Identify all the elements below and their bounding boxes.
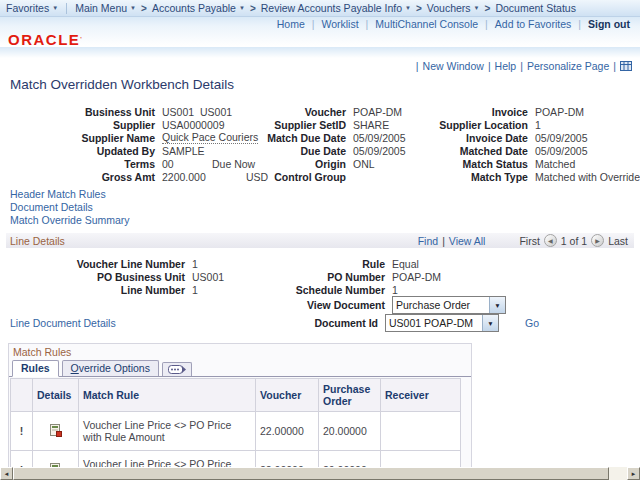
field-value-2: Due Now — [212, 158, 255, 170]
personalize-layout-icon[interactable] — [620, 61, 632, 71]
field-matched-date: Matched Date 05/09/2005 — [433, 144, 640, 157]
view-document-select[interactable]: Purchase Order ▼ — [392, 296, 506, 314]
last-label: Last — [608, 235, 628, 247]
field-supplier-setid: Supplier SetID SHARE — [260, 118, 433, 131]
field-label: Supplier Name — [10, 132, 162, 144]
field-value: SAMPLE — [162, 145, 205, 157]
field-value: Purchase Order ▼ — [392, 296, 506, 314]
scroll-left-button[interactable]: ◄ — [0, 467, 13, 480]
summary-column-1: Business Unit US001US001 Supplier USA000… — [10, 105, 260, 183]
view-all-link[interactable]: View All — [449, 235, 486, 247]
sign-out-link[interactable]: Sign out — [588, 18, 630, 30]
breadcrumb-separator: > — [250, 3, 256, 14]
field-value: 1 — [535, 119, 541, 131]
field-due-date: Due Date 05/09/2005 — [260, 144, 433, 157]
table-row: ! Voucher Line Price <> PO Price with Ru… — [11, 412, 461, 451]
field-supplier-location: Supplier Location 1 — [433, 118, 640, 131]
match-override-summary-link[interactable]: Match Override Summary — [10, 214, 640, 227]
field-match-due-date: Match Due Date 05/09/2005 — [260, 131, 433, 144]
field-value: 00Due Now — [162, 158, 255, 170]
field-label: Voucher Line Number — [10, 258, 192, 270]
line-document-details-link[interactable]: Line Document Details — [10, 317, 116, 329]
link-separator: | — [442, 235, 445, 247]
home-link[interactable]: Home — [277, 18, 305, 30]
field-label: Supplier — [10, 119, 162, 131]
field-value: 1 — [392, 284, 398, 296]
field-value: 05/09/2005 — [535, 145, 588, 157]
main-menu[interactable]: Main Menu ▼ — [75, 2, 136, 14]
breadcrumb-divider — [66, 3, 67, 14]
document-details-link[interactable]: Document Details — [10, 201, 640, 214]
favorites-menu[interactable]: Favorites ▼ — [6, 2, 58, 14]
link-separator: | — [613, 60, 616, 72]
summary-column-3: Invoice POAP-DM Supplier Location 1 Invo… — [433, 105, 640, 183]
field-label: Invoice — [433, 106, 535, 118]
show-all-columns-tab[interactable] — [162, 362, 192, 376]
breadcrumb-separator: > — [416, 3, 422, 14]
next-row-button[interactable]: ▶ — [591, 234, 604, 247]
field-value: 05/09/2005 — [353, 132, 406, 144]
field-label: Business Unit — [10, 106, 162, 118]
link-separator: | — [366, 18, 369, 30]
dropdown-triangle-icon: ▼ — [239, 5, 245, 11]
column-header-match-rule: Match Rule — [79, 379, 256, 412]
breadcrumb-item-review-ap-info[interactable]: Review Accounts Payable Info ▼ — [261, 2, 411, 14]
field-value-1: 00 — [162, 158, 212, 170]
field-value: US001US001 — [162, 106, 232, 118]
field-value: Matched with Override — [535, 171, 640, 183]
summary-column-2: Voucher POAP-DM Supplier SetID SHARE Mat… — [260, 105, 433, 183]
field-value: ONL — [353, 158, 375, 170]
field-value: 05/09/2005 — [535, 132, 588, 144]
details-icon[interactable] — [49, 424, 62, 437]
select-arrow-icon[interactable]: ▼ — [482, 315, 498, 331]
worklist-link[interactable]: Worklist — [321, 18, 358, 30]
field-label: Match Type — [433, 171, 535, 183]
help-link[interactable]: Help — [495, 60, 517, 72]
field-label: Supplier SetID — [260, 119, 353, 131]
new-window-link[interactable]: New Window — [423, 60, 484, 72]
find-link[interactable]: Find — [418, 235, 438, 247]
breadcrumb-separator: > — [485, 3, 491, 14]
line-details-fields: Voucher Line Number 1 Rule Equal PO Busi… — [0, 257, 640, 332]
multichannel-console-link[interactable]: MultiChannel Console — [375, 18, 478, 30]
select-arrow-icon[interactable]: ▼ — [489, 297, 505, 313]
field-value-1: 2200.000 — [162, 171, 246, 183]
field-control-group: Control Group — [260, 170, 433, 183]
line-row-5: Line Document Details Document Id US001 … — [0, 314, 640, 332]
scrollbar-track[interactable] — [609, 467, 627, 480]
field-label: Control Group — [260, 171, 353, 183]
column-header-receiver: Receiver — [381, 379, 461, 412]
field-label: Schedule Number — [252, 284, 392, 296]
breadcrumb: Favorites ▼ Main Menu ▼ > Accounts Payab… — [0, 0, 640, 17]
breadcrumb-item-accounts-payable[interactable]: Accounts Payable ▼ — [152, 2, 245, 14]
scroll-right-button[interactable]: ► — [627, 467, 640, 480]
horizontal-scrollbar[interactable]: ◄ ► — [0, 467, 640, 480]
tab-override-options[interactable]: Override Options — [62, 360, 159, 376]
favorites-menu-label: Favorites — [6, 2, 49, 14]
field-gross-amt: Gross Amt 2200.000USD — [10, 170, 260, 183]
main-menu-label: Main Menu — [75, 2, 127, 14]
field-label: Matched Date — [433, 145, 535, 157]
field-label: View Document — [252, 299, 392, 311]
header-match-rules-link[interactable]: Header Match Rules — [10, 188, 640, 201]
add-to-favorites-link[interactable]: Add to Favorites — [495, 18, 571, 30]
grid-navigation: Find | View All First ◀ 1 of 1 ▶ Last — [418, 234, 634, 247]
scrollbar-thumb[interactable] — [13, 467, 609, 480]
oracle-logo-mark: ' — [80, 35, 82, 44]
document-id-select[interactable]: US001 POAP-DM ▼ — [385, 314, 499, 332]
field-value: SHARE — [353, 119, 389, 131]
breadcrumb-item-vouchers[interactable]: Vouchers ▼ — [427, 2, 480, 14]
tab-rules[interactable]: Rules — [12, 360, 59, 377]
line-document-details-cell: Line Document Details — [10, 317, 245, 329]
field-label: Gross Amt — [10, 171, 162, 183]
column-header-purchase-order: Purchase Order — [319, 379, 381, 412]
link-separator: | — [520, 60, 523, 72]
field-value: Equal — [392, 258, 419, 270]
field-label: Match Due Date — [260, 132, 353, 144]
alert-icon: ! — [11, 412, 33, 451]
line-row-4: View Document Purchase Order ▼ — [0, 296, 640, 314]
personalize-page-link[interactable]: Personalize Page — [527, 60, 609, 72]
dropdown-triangle-icon: ▼ — [474, 5, 480, 11]
previous-row-button[interactable]: ◀ — [544, 234, 557, 247]
go-button[interactable]: Go — [525, 317, 539, 329]
